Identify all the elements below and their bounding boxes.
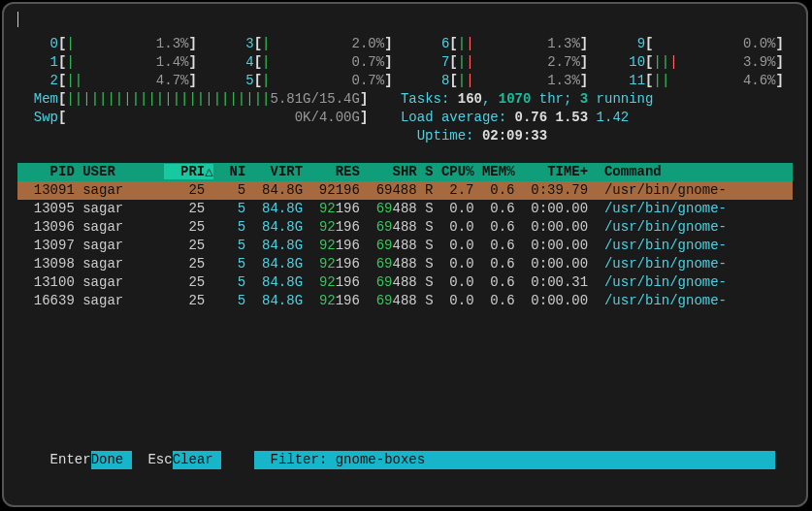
process-list[interactable]: 13091 sagar 25 5 84.8G 92196 69488 R 2.7… [17, 181, 793, 310]
footer-bar: EnterDone EscClear Filter: gnome-boxes [17, 432, 793, 488]
process-row[interactable]: 13095 sagar 25 5 84.8G 92196 69488 S 0.0… [17, 200, 793, 218]
filter-input[interactable]: Filter: gnome-boxes [254, 451, 776, 469]
text-cursor [17, 12, 18, 27]
clear-action[interactable]: Clear [173, 451, 221, 469]
process-row[interactable]: 13096 sagar 25 5 84.8G 92196 69488 S 0.0… [17, 218, 793, 237]
esc-key-label: Esc [147, 451, 172, 469]
process-row[interactable]: 13091 sagar 25 5 84.8G 92196 69488 R 2.7… [17, 181, 793, 200]
enter-key-label: Enter [50, 451, 91, 469]
process-row[interactable]: 13100 sagar 25 5 84.8G 92196 69488 S 0.0… [17, 273, 793, 292]
uptime-row: Uptime: 02:09:33 [17, 127, 793, 145]
swap-load-row: Swp[ 0K/4.00G] Load average: 0.76 1.53 1… [17, 109, 793, 127]
process-row[interactable]: 16639 sagar 25 5 84.8G 92196 69488 S 0.0… [17, 292, 793, 310]
process-table-header[interactable]: PID USER PRI△ NI VIRT RES SHR S CPU% MEM… [17, 163, 793, 181]
terminal-window: 0[| 1.3%] 3[| 2.0%] 6[|| 1.3%] 9[ 0.0%] … [2, 2, 808, 507]
process-row[interactable]: 13098 sagar 25 5 84.8G 92196 69488 S 0.0… [17, 255, 793, 273]
process-row[interactable]: 13097 sagar 25 5 84.8G 92196 69488 S 0.0… [17, 237, 793, 255]
done-action[interactable]: Done [91, 451, 132, 469]
cpu-meters: 0[| 1.3%] 3[| 2.0%] 6[|| 1.3%] 9[ 0.0%] … [17, 35, 793, 90]
mem-swap-row: Mem[|||||||||||||||||||||||||5.81G/15.4G… [17, 90, 793, 109]
